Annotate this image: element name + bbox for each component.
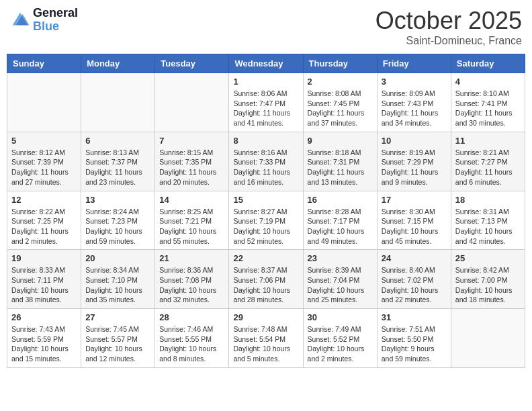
day-number: 16 — [308, 195, 373, 205]
calendar-cell: 3Sunrise: 8:09 AMSunset: 7:43 PMDaylight… — [377, 73, 451, 132]
calendar-cell: 16Sunrise: 8:28 AMSunset: 7:17 PMDayligh… — [303, 191, 377, 250]
day-info: Sunrise: 8:13 AMSunset: 7:37 PMDaylight:… — [85, 148, 150, 187]
calendar-cell: 14Sunrise: 8:25 AMSunset: 7:21 PMDayligh… — [155, 191, 229, 250]
calendar-cell — [451, 309, 525, 368]
day-number: 15 — [233, 195, 298, 205]
day-number: 2 — [308, 77, 373, 87]
calendar-week-row: 12Sunrise: 8:22 AMSunset: 7:25 PMDayligh… — [7, 191, 525, 250]
day-number: 9 — [308, 136, 373, 146]
day-info: Sunrise: 8:31 AMSunset: 7:13 PMDaylight:… — [455, 207, 521, 246]
day-number: 4 — [455, 77, 521, 87]
day-info: Sunrise: 7:49 AMSunset: 5:52 PMDaylight:… — [308, 324, 373, 364]
calendar-cell — [155, 73, 229, 132]
day-number: 8 — [233, 136, 298, 146]
day-info: Sunrise: 8:22 AMSunset: 7:25 PMDaylight:… — [11, 207, 77, 246]
weekday-header: Wednesday — [229, 54, 303, 73]
calendar-cell: 25Sunrise: 8:42 AMSunset: 7:00 PMDayligh… — [451, 250, 525, 309]
calendar-cell: 7Sunrise: 8:15 AMSunset: 7:35 PMDaylight… — [155, 132, 229, 191]
calendar-cell: 8Sunrise: 8:16 AMSunset: 7:33 PMDaylight… — [229, 132, 303, 191]
calendar-week-row: 5Sunrise: 8:12 AMSunset: 7:39 PMDaylight… — [7, 132, 525, 191]
day-info: Sunrise: 8:30 AMSunset: 7:15 PMDaylight:… — [382, 207, 447, 246]
day-info: Sunrise: 8:28 AMSunset: 7:17 PMDaylight:… — [308, 207, 373, 246]
day-number: 23 — [308, 253, 373, 263]
calendar-cell — [81, 73, 155, 132]
day-number: 26 — [11, 312, 77, 322]
day-number: 14 — [159, 195, 224, 205]
calendar-cell: 13Sunrise: 8:24 AMSunset: 7:23 PMDayligh… — [81, 191, 155, 250]
day-number: 31 — [382, 312, 447, 322]
day-number: 19 — [11, 253, 77, 263]
day-number: 5 — [11, 136, 77, 146]
day-info: Sunrise: 7:43 AMSunset: 5:59 PMDaylight:… — [11, 324, 77, 364]
calendar-cell: 10Sunrise: 8:19 AMSunset: 7:29 PMDayligh… — [377, 132, 451, 191]
day-number: 25 — [455, 253, 521, 263]
day-info: Sunrise: 8:08 AMSunset: 7:45 PMDaylight:… — [308, 89, 373, 128]
day-number: 1 — [233, 77, 298, 87]
day-number: 3 — [382, 77, 447, 87]
day-number: 18 — [455, 195, 521, 205]
weekday-header: Saturday — [451, 54, 525, 73]
day-number: 24 — [382, 253, 447, 263]
location-title: Saint-Domineuc, France — [375, 35, 522, 47]
day-number: 28 — [159, 312, 224, 322]
day-number: 11 — [455, 136, 521, 146]
day-info: Sunrise: 7:46 AMSunset: 5:55 PMDaylight:… — [159, 324, 224, 364]
calendar-cell: 29Sunrise: 7:48 AMSunset: 5:54 PMDayligh… — [229, 309, 303, 368]
day-info: Sunrise: 8:24 AMSunset: 7:23 PMDaylight:… — [85, 207, 150, 246]
calendar-cell: 15Sunrise: 8:27 AMSunset: 7:19 PMDayligh… — [229, 191, 303, 250]
day-number: 13 — [85, 195, 150, 205]
day-info: Sunrise: 8:12 AMSunset: 7:39 PMDaylight:… — [11, 148, 77, 187]
calendar-cell: 26Sunrise: 7:43 AMSunset: 5:59 PMDayligh… — [7, 309, 81, 368]
day-info: Sunrise: 7:45 AMSunset: 5:57 PMDaylight:… — [85, 324, 150, 364]
calendar-table: SundayMondayTuesdayWednesdayThursdayFrid… — [7, 54, 525, 368]
calendar-cell: 23Sunrise: 8:39 AMSunset: 7:04 PMDayligh… — [303, 250, 377, 309]
day-info: Sunrise: 8:42 AMSunset: 7:00 PMDaylight:… — [455, 265, 521, 305]
day-info: Sunrise: 8:09 AMSunset: 7:43 PMDaylight:… — [382, 89, 447, 128]
calendar-cell: 6Sunrise: 8:13 AMSunset: 7:37 PMDaylight… — [81, 132, 155, 191]
calendar-cell: 27Sunrise: 7:45 AMSunset: 5:57 PMDayligh… — [81, 309, 155, 368]
day-number: 7 — [159, 136, 224, 146]
page-header: General Blue October 2025 Saint-Domineuc… — [7, 7, 525, 47]
weekday-header: Sunday — [7, 54, 81, 73]
month-title: October 2025 — [375, 7, 522, 35]
calendar-cell: 18Sunrise: 8:31 AMSunset: 7:13 PMDayligh… — [451, 191, 525, 250]
calendar-week-row: 19Sunrise: 8:33 AMSunset: 7:11 PMDayligh… — [7, 250, 525, 309]
day-info: Sunrise: 8:15 AMSunset: 7:35 PMDaylight:… — [159, 148, 224, 187]
day-number: 22 — [233, 253, 298, 263]
weekday-header: Tuesday — [155, 54, 229, 73]
day-info: Sunrise: 8:10 AMSunset: 7:41 PMDaylight:… — [455, 89, 521, 128]
day-info: Sunrise: 8:25 AMSunset: 7:21 PMDaylight:… — [159, 207, 224, 246]
calendar-cell: 2Sunrise: 8:08 AMSunset: 7:45 PMDaylight… — [303, 73, 377, 132]
calendar-cell: 4Sunrise: 8:10 AMSunset: 7:41 PMDaylight… — [451, 73, 525, 132]
calendar-cell: 31Sunrise: 7:51 AMSunset: 5:50 PMDayligh… — [377, 309, 451, 368]
calendar-cell: 30Sunrise: 7:49 AMSunset: 5:52 PMDayligh… — [303, 309, 377, 368]
day-info: Sunrise: 8:36 AMSunset: 7:08 PMDaylight:… — [159, 265, 224, 305]
calendar-cell: 11Sunrise: 8:21 AMSunset: 7:27 PMDayligh… — [451, 132, 525, 191]
day-info: Sunrise: 8:21 AMSunset: 7:27 PMDaylight:… — [455, 148, 521, 187]
day-info: Sunrise: 8:16 AMSunset: 7:33 PMDaylight:… — [233, 148, 298, 187]
day-info: Sunrise: 8:40 AMSunset: 7:02 PMDaylight:… — [382, 265, 447, 305]
logo-icon — [10, 10, 30, 30]
calendar-cell: 12Sunrise: 8:22 AMSunset: 7:25 PMDayligh… — [7, 191, 81, 250]
weekday-header: Monday — [81, 54, 155, 73]
calendar-cell: 24Sunrise: 8:40 AMSunset: 7:02 PMDayligh… — [377, 250, 451, 309]
day-number: 21 — [159, 253, 224, 263]
day-info: Sunrise: 8:34 AMSunset: 7:10 PMDaylight:… — [85, 265, 150, 305]
weekday-header: Friday — [377, 54, 451, 73]
calendar-cell: 21Sunrise: 8:36 AMSunset: 7:08 PMDayligh… — [155, 250, 229, 309]
calendar-header-row: SundayMondayTuesdayWednesdayThursdayFrid… — [7, 54, 525, 73]
weekday-header: Thursday — [303, 54, 377, 73]
day-info: Sunrise: 8:19 AMSunset: 7:29 PMDaylight:… — [382, 148, 447, 187]
calendar-cell: 17Sunrise: 8:30 AMSunset: 7:15 PMDayligh… — [377, 191, 451, 250]
day-number: 27 — [85, 312, 150, 322]
day-number: 30 — [308, 312, 373, 322]
day-info: Sunrise: 7:48 AMSunset: 5:54 PMDaylight:… — [233, 324, 298, 364]
day-number: 17 — [382, 195, 447, 205]
calendar-cell: 22Sunrise: 8:37 AMSunset: 7:06 PMDayligh… — [229, 250, 303, 309]
calendar-cell: 19Sunrise: 8:33 AMSunset: 7:11 PMDayligh… — [7, 250, 81, 309]
calendar-cell — [7, 73, 81, 132]
calendar-cell: 9Sunrise: 8:18 AMSunset: 7:31 PMDaylight… — [303, 132, 377, 191]
day-info: Sunrise: 8:18 AMSunset: 7:31 PMDaylight:… — [308, 148, 373, 187]
calendar-cell: 20Sunrise: 8:34 AMSunset: 7:10 PMDayligh… — [81, 250, 155, 309]
day-number: 12 — [11, 195, 77, 205]
